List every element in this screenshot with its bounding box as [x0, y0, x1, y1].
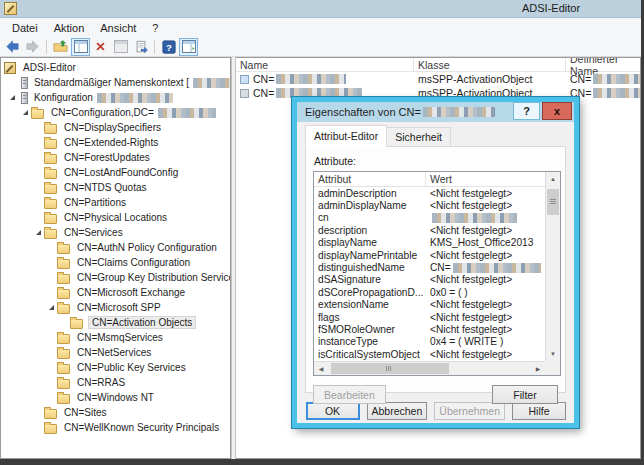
expanded-triangle-icon[interactable]	[20, 110, 31, 115]
tree-item-cn-wellknown-security-principals[interactable]: CN=WellKnown Security Principals	[1, 420, 230, 435]
scrollbar-thumb[interactable]	[547, 189, 559, 215]
tab-attribut-editor[interactable]: Attribut-Editor	[305, 125, 387, 147]
tree-item-cn-services[interactable]: CN=Services	[1, 225, 230, 240]
properties-icon[interactable]	[111, 38, 130, 56]
tree-item-cn-configuration[interactable]: CN=Configuration,DC=	[1, 105, 230, 120]
menu-ansicht[interactable]: Ansicht	[92, 20, 144, 36]
tree-item-cn-msmqservices[interactable]: CN=MsmqServices	[1, 330, 230, 345]
export-list-icon[interactable]	[131, 38, 150, 56]
attribute-row[interactable]: instanceType 0x4 = ( WRITE )	[314, 336, 545, 348]
redacted-text	[97, 93, 173, 103]
console-tree-pane[interactable]: ADSI-Editor Standardmäßiger Namenskontex…	[0, 57, 231, 459]
activation-object-icon	[240, 75, 249, 84]
menu-aktion[interactable]: Aktion	[46, 20, 93, 36]
dialog-title-bar[interactable]: Eigenschaften von CN= ? x	[297, 102, 574, 122]
attribute-row[interactable]: displayName KMS_Host_Office2013	[314, 237, 545, 249]
column-header-name[interactable]: Name	[236, 58, 414, 71]
delete-icon[interactable]	[91, 38, 110, 56]
attribute-row[interactable]: extensionName <Nicht festgelegt>	[314, 299, 545, 311]
menu-bar: Datei Aktion Ansicht ?	[0, 18, 641, 37]
attribute-row[interactable]: distinguishedName CN=	[314, 261, 545, 273]
folder-icon	[57, 244, 70, 254]
attribute-row[interactable]: flags <Nicht festgelegt>	[314, 311, 545, 323]
attribute-row[interactable]: dSASignature <Nicht festgelegt>	[314, 274, 545, 286]
up-one-level-icon[interactable]	[51, 38, 70, 56]
expanded-triangle-icon[interactable]	[33, 230, 44, 235]
attribute-row[interactable]: description <Nicht festgelegt>	[314, 224, 545, 236]
tree-item-cn-group-key-distribution-service[interactable]: CN=Group Key Distribution Service	[1, 270, 230, 285]
title-bar[interactable]: ADSI-Editor	[0, 0, 641, 18]
horizontal-scrollbar[interactable]: ◀ ▶	[314, 361, 545, 375]
attribute-row[interactable]: adminDisplayName <Nicht festgelegt>	[314, 199, 545, 211]
scroll-left-icon[interactable]: ◀	[314, 362, 328, 375]
tree-item-cn-authn-policy-configuration[interactable]: CN=AuthN Policy Configuration	[1, 240, 230, 255]
tree-item-cn-displayspecifiers[interactable]: CN=DisplaySpecifiers	[1, 120, 230, 135]
folder-icon	[57, 259, 70, 269]
show-action-pane-icon[interactable]	[179, 38, 198, 56]
hilfe-button[interactable]: Hilfe	[512, 402, 566, 420]
tab-sicherheit[interactable]: Sicherheit	[386, 127, 451, 147]
scrollbar-thumb[interactable]	[331, 363, 449, 374]
scroll-down-icon[interactable]: ▼	[546, 347, 560, 361]
help-icon[interactable]: ?	[159, 38, 178, 56]
tree-item-cn-microsoft-exchange[interactable]: CN=Microsoft Exchange	[1, 285, 230, 300]
tree-item-cn-public-key-services[interactable]: CN=Public Key Services	[1, 360, 230, 375]
tree-item-cn-claims-configuration[interactable]: CN=Claims Configuration	[1, 255, 230, 270]
menu-hilfe[interactable]: ?	[144, 20, 166, 36]
tree-item-cn-rras[interactable]: CN=RRAS	[1, 375, 230, 390]
tree-item-cn-extended-rights[interactable]: CN=Extended-Rights	[1, 135, 230, 150]
uebernehmen-button[interactable]: Übernehmen	[434, 402, 505, 420]
tree-item-cn-lostandfoundconfig[interactable]: CN=LostAndFoundConfig	[1, 165, 230, 180]
tree-item-cn-partitions[interactable]: CN=Partitions	[1, 195, 230, 210]
expanded-triangle-icon[interactable]	[7, 95, 18, 100]
folder-icon	[57, 289, 70, 299]
dialog-close-button[interactable]: x	[542, 102, 572, 120]
attributes-table[interactable]: Attribut Wert adminDescription <Nicht fe…	[313, 171, 561, 376]
forward-icon[interactable]	[23, 38, 42, 56]
redacted-text	[593, 74, 640, 84]
vertical-scrollbar[interactable]: ▲ ▼	[545, 172, 560, 361]
tree-item-cn-sites[interactable]: CN=Sites	[1, 405, 230, 420]
tree-item-cn-physical-locations[interactable]: CN=Physical Locations	[1, 210, 230, 225]
tree-item-cn-microsoft-spp[interactable]: CN=Microsoft SPP	[1, 300, 230, 315]
tree-item-cn-forestupdates[interactable]: CN=ForestUpdates	[1, 150, 230, 165]
attribute-row[interactable]: displayNamePrintable <Nicht festgelegt>	[314, 249, 545, 261]
folder-icon	[57, 379, 70, 389]
scroll-right-icon[interactable]: ▶	[531, 362, 545, 375]
toolbar-separator	[154, 40, 155, 54]
list-row-activation-object-1[interactable]: CN= msSPP-ActivationObject CN=	[236, 72, 640, 86]
server-icon	[21, 92, 28, 104]
tree-item-cn-windows-nt[interactable]: CN=Windows NT	[1, 390, 230, 405]
column-header-attribut[interactable]: Attribut	[314, 172, 426, 186]
folder-icon	[44, 214, 57, 224]
dialog-tabs: Attribut-Editor Sicherheit	[297, 122, 574, 147]
tree-item-cn-netservices[interactable]: CN=NetServices	[1, 345, 230, 360]
attribute-row[interactable]: dSCorePropagationD... 0x0 = ( )	[314, 286, 545, 298]
dialog-help-button[interactable]: ?	[513, 102, 540, 120]
filter-button[interactable]: Filter	[492, 385, 558, 404]
bearbeiten-button[interactable]: Bearbeiten	[313, 385, 386, 404]
column-header-definierter-name[interactable]: Definierter Name	[566, 58, 640, 71]
column-header-klasse[interactable]: Klasse	[414, 58, 566, 71]
menu-datei[interactable]: Datei	[4, 20, 46, 36]
attribute-row[interactable]: adminDescription <Nicht festgelegt>	[314, 187, 545, 199]
column-header-wert[interactable]: Wert	[426, 172, 545, 186]
tree-item-cn-activation-objects[interactable]: CN=Activation Objects	[1, 315, 230, 330]
tree-item-konfiguration[interactable]: Konfiguration	[1, 90, 230, 105]
attribute-row[interactable]: fSMORoleOwner <Nicht festgelegt>	[314, 323, 545, 335]
redacted-text	[193, 78, 231, 88]
tree-item-standard-namenskontext[interactable]: Standardmäßiger Namenskontext [	[1, 75, 230, 90]
abbrechen-button[interactable]: Abbrechen	[367, 402, 428, 420]
show-console-tree-icon[interactable]	[71, 38, 90, 56]
tree-item-adsi-editor-root[interactable]: ADSI-Editor	[1, 60, 230, 75]
adsi-edit-app-icon	[4, 2, 17, 15]
back-icon[interactable]	[3, 38, 22, 56]
attribute-row[interactable]: cn	[314, 212, 545, 224]
scroll-up-icon[interactable]: ▲	[546, 172, 560, 186]
attribute-row[interactable]: isCriticalSystemObject <Nicht festgelegt…	[314, 348, 545, 360]
attributes-label: Attribute:	[314, 155, 558, 167]
expanded-triangle-icon[interactable]	[46, 305, 57, 310]
ok-button[interactable]: OK	[306, 402, 360, 420]
tree-item-cn-ntds-quotas[interactable]: CN=NTDS Quotas	[1, 180, 230, 195]
redacted-text	[432, 213, 517, 223]
